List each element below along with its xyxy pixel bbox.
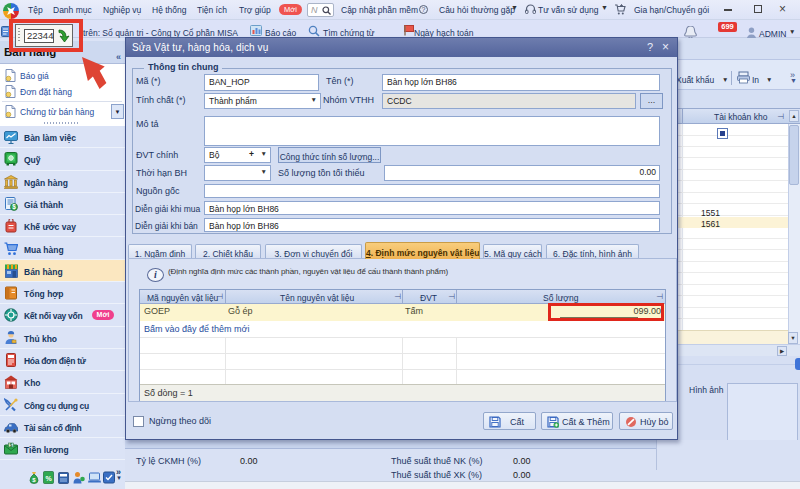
- svg-text:%: %: [45, 474, 52, 481]
- svg-text:$: $: [12, 203, 16, 211]
